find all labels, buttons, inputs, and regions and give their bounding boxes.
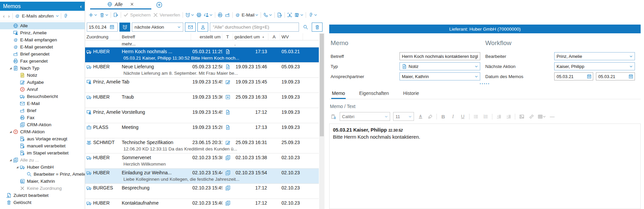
sidebar-item-e-mail-empfangen[interactable]: @E-Mail empfangen <box>0 36 85 43</box>
sidebar-item-nach-typ[interactable]: ◢Nach Typ <box>0 65 85 72</box>
tab-historie[interactable]: Historie <box>403 88 420 99</box>
nav-forward-icon[interactable]: › <box>7 13 10 19</box>
expand-triangle-icon[interactable]: ◢ <box>8 159 13 162</box>
collapse-sidebar-icon[interactable]: ‹ <box>80 3 82 9</box>
paste-template-button[interactable] <box>330 113 337 120</box>
betreff-field[interactable] <box>400 52 480 60</box>
vertical-scrollbar[interactable] <box>319 33 325 209</box>
new-memo-button[interactable] <box>88 12 97 18</box>
tab-alle[interactable]: Alle <box>90 0 151 9</box>
sidebar-item-alle-zu[interactable]: ◢Alle zu ... <box>0 156 85 164</box>
sidebar-item-e-mail-gesendet[interactable]: @E-Mail gesendet <box>0 43 85 50</box>
underline-button[interactable]: U <box>459 113 466 120</box>
mailbox-icon[interactable] <box>225 12 230 18</box>
search-field[interactable] <box>210 23 299 32</box>
memo-date-input-2[interactable] <box>598 74 620 79</box>
sidebar-item-zuletzt-bearbeitet[interactable]: Zuletzt bearbeitet <box>0 192 85 199</box>
numbered-list-button[interactable]: 123 <box>482 113 489 120</box>
person-filter-button[interactable] <box>197 23 208 32</box>
column-header-geaendert[interactable]: geändert um▲ <box>233 33 268 40</box>
memo-row-traub[interactable]: HUBERTraub19.09.23 15:3625.09.23 16:3319… <box>85 93 319 108</box>
sidebar-item-e-mail[interactable]: E-Mail <box>0 100 85 107</box>
export-document-icon[interactable] <box>277 12 282 18</box>
reminder-filter-button[interactable] <box>119 23 130 32</box>
italic-button[interactable]: I <box>450 113 456 120</box>
sidebar-item-aus-vorlage-erzeugt[interactable]: aus Vorlage erzeugt <box>0 135 85 142</box>
calendar-icon[interactable] <box>629 74 633 79</box>
insert-link-button[interactable] <box>528 113 535 120</box>
tab-memo[interactable]: Memo <box>331 88 346 99</box>
forward-contact-button[interactable] <box>204 12 213 18</box>
typ-select[interactable]: Notiz <box>400 62 480 70</box>
font-select[interactable]: Calibri <box>340 112 390 121</box>
column-header-wv[interactable]: WV <box>280 33 303 40</box>
clear-filter-button[interactable] <box>312 23 323 32</box>
sidebar-item-im-stapel-verarbeitet[interactable]: im Stapel verarbeitet <box>0 149 85 156</box>
chevron-down-icon[interactable] <box>56 14 59 18</box>
indent-button[interactable] <box>505 113 512 120</box>
convert-document-button[interactable] <box>113 12 118 18</box>
fax-icon[interactable] <box>218 12 223 18</box>
sidebar-item-brief-gesendet[interactable]: Brief gesendet <box>0 50 85 58</box>
calendar-icon[interactable] <box>587 74 592 79</box>
sidebar-item-fax[interactable]: Fax <box>0 114 85 121</box>
memo-row-einladung-zur-weihna[interactable]: HUBEREinladung zur Weihna...02.10.23 15:… <box>85 169 319 184</box>
expand-triangle-icon[interactable]: ◢ <box>8 130 13 133</box>
reminder-button[interactable] <box>185 12 194 18</box>
memo-row-vorstellung[interactable]: Prinz, AmelieVorstellung19.09.23 15:4517… <box>85 108 319 123</box>
memo-row-technische-spezifikation[interactable]: SCHMIDTTechnische Spezifikation23.06.15 … <box>85 138 319 153</box>
memo-date-input-1[interactable] <box>557 74 578 79</box>
memo-row-herrn-koch-nochmals[interactable]: HUBERHerrn Koch nochmals ...05.03.21 11:… <box>85 47 319 63</box>
ansprechpartner-select[interactable]: Maier, Kathrin <box>400 72 480 80</box>
column-header-t[interactable]: T <box>222 33 233 40</box>
column-header-erstellt[interactable]: erstellt um <box>191 33 222 40</box>
column-header-a[interactable]: A <box>268 33 280 40</box>
email-button[interactable]: @E-Mail <box>235 12 258 18</box>
paperclip-icon[interactable] <box>63 13 68 19</box>
bold-button[interactable]: B <box>440 113 447 120</box>
search-input[interactable] <box>213 25 296 30</box>
sidebar-item-alle[interactable]: Alle <box>0 22 85 29</box>
sidebar-item-crm-aktion[interactable]: CRM-Aktion <box>0 121 85 128</box>
nav-back-icon[interactable]: ‹ <box>2 13 5 19</box>
memo-date-field-1[interactable] <box>554 72 593 80</box>
memo-row-meeting[interactable]: PLASSMeeting19.09.23 15:2817:1319.09.23 <box>85 123 319 138</box>
phone-button[interactable] <box>263 12 272 18</box>
font-color-button[interactable]: A <box>417 113 424 120</box>
sidebar-item-prinz-amelie[interactable]: Prinz, Amelie <box>0 29 85 36</box>
save-button[interactable]: Speichern <box>123 12 151 18</box>
sidebar-item-gelöscht[interactable]: Gelöscht <box>0 199 85 206</box>
email-filter-button[interactable] <box>185 23 196 32</box>
close-tab-icon[interactable] <box>130 2 134 6</box>
attachment-button[interactable] <box>308 12 317 18</box>
sidebar-item-crm-aktion[interactable]: ◢?CRM-Aktion <box>0 128 85 135</box>
sidebar-item-besuchsbericht[interactable]: Besuchsbericht <box>0 93 85 100</box>
sidebar-item-maier-kathrin[interactable]: Maier, Kathrin <box>0 178 85 185</box>
horizontal-rule-button[interactable]: — <box>549 113 556 120</box>
memo-row-sommervenet[interactable]: HUBERSommervenet02.10.23 15:3802.10.23 1… <box>85 153 319 169</box>
filter-date-field[interactable] <box>87 23 118 32</box>
sidebar-item-bearbeiter-prinz-amelie[interactable]: Bearbeiter = Prinz, Amelie <box>0 171 85 178</box>
memo-row-kontaktaufnahme[interactable]: HUBERKontaktaufnahme02.10.23 15:4017:120… <box>85 199 319 209</box>
next-action-select[interactable]: nächste Aktion <box>132 23 183 32</box>
expand-triangle-icon[interactable]: ◢ <box>15 166 20 169</box>
sidebar-item-keine-zuordnung[interactable]: Keine Zuordnung <box>0 185 85 192</box>
contact-lookup-icon[interactable] <box>287 12 292 18</box>
memo-date-field-2[interactable] <box>596 72 635 80</box>
sidebar-item-aufgabe[interactable]: Aufgabe <box>0 79 85 86</box>
sidebar-item-brief[interactable]: Brief <box>0 107 85 114</box>
sidebar-item-notiz[interactable]: Notiz <box>0 72 85 79</box>
bullet-list-button[interactable] <box>472 113 479 120</box>
naechste-aktion-select[interactable]: Kaiser, Philipp <box>554 62 635 70</box>
search-button[interactable] <box>301 23 310 32</box>
calendar-icon[interactable] <box>110 25 114 29</box>
more-link[interactable]: mehr... <box>120 41 191 46</box>
bearbeiter-select[interactable]: Prinz, Amelie <box>554 52 635 60</box>
memo-row-neue-lieferung[interactable]: HUBERNeue Lieferung05.09.23 12:5819.09.2… <box>85 63 319 78</box>
print-mail-icon[interactable] <box>196 12 201 18</box>
sidebar-item-huber-gmbh[interactable]: ◢Huber GmbH <box>0 164 85 171</box>
font-size-select[interactable]: 11 <box>393 112 414 121</box>
insert-table-button[interactable] <box>538 113 546 120</box>
outdent-button[interactable] <box>495 113 502 120</box>
filter-date-input[interactable] <box>89 25 108 30</box>
